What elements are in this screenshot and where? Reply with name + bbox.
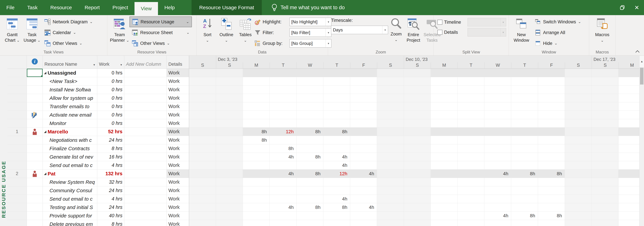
work-hours-cell[interactable] [618, 161, 639, 170]
indicator-cell[interactable] [27, 94, 43, 102]
work-hours-cell[interactable] [189, 220, 216, 226]
work-hours-cell[interactable] [296, 94, 323, 102]
work-hours-cell[interactable] [404, 111, 431, 119]
work-cell[interactable]: 8 hrs [97, 220, 124, 226]
work-hours-cell[interactable]: 8h [296, 203, 323, 211]
work-hours-cell[interactable]: 4h [323, 161, 350, 170]
work-hours-cell[interactable] [618, 119, 639, 128]
work-cell[interactable]: 16 hrs [97, 153, 124, 161]
add-new-column-cell[interactable] [124, 111, 167, 119]
work-hours-cell[interactable] [216, 203, 243, 211]
work-hours-cell[interactable] [592, 85, 618, 94]
indicator-cell[interactable] [27, 178, 43, 186]
work-hours-cell[interactable] [270, 136, 296, 144]
indicator-cell[interactable] [27, 220, 43, 226]
work-hours-cell[interactable] [350, 136, 377, 144]
table-row[interactable]: Community Consul24 hrsWork [8, 186, 189, 195]
work-hours-cell[interactable] [592, 220, 618, 226]
work-hours-cell[interactable] [592, 111, 618, 119]
work-hours-cell[interactable]: 8h [511, 211, 538, 220]
work-hours-cell[interactable] [618, 102, 639, 111]
work-hours-cell[interactable] [216, 102, 243, 111]
work-hours-cell[interactable] [404, 220, 431, 226]
work-hours-cell[interactable] [511, 111, 538, 119]
work-cell[interactable]: 52 hrs [97, 128, 124, 136]
work-hours-cell[interactable] [484, 69, 511, 77]
timescale-select[interactable]: Days ▾ [331, 26, 388, 34]
work-hours-cell[interactable] [296, 111, 323, 119]
details-cell[interactable]: Work [167, 102, 189, 111]
indicator-cell[interactable] [27, 128, 43, 136]
work-hours-cell[interactable] [216, 77, 243, 85]
add-new-column-cell[interactable] [124, 186, 167, 195]
work-hours-cell[interactable] [565, 94, 592, 102]
work-hours-cell[interactable] [458, 111, 484, 119]
work-hours-cell[interactable] [565, 153, 592, 161]
work-hours-cell[interactable] [484, 77, 511, 85]
work-header[interactable]: Work ▼ [97, 56, 124, 69]
work-hours-cell[interactable] [296, 136, 323, 144]
work-hours-cell[interactable] [618, 186, 639, 195]
work-hours-cell[interactable] [484, 144, 511, 153]
work-hours-cell[interactable] [296, 77, 323, 85]
resource-name-cell[interactable]: Activate new email [43, 111, 97, 119]
work-hours-cell[interactable] [592, 153, 618, 161]
work-hours-cell[interactable] [189, 161, 216, 170]
work-hours-cell[interactable] [377, 94, 404, 102]
details-checkbox[interactable] [438, 30, 442, 35]
work-hours-cell[interactable] [431, 170, 458, 178]
resource-name-header[interactable]: Resource Name ▼ [43, 56, 97, 69]
work-hours-cell[interactable] [243, 144, 270, 153]
work-hours-cell[interactable] [431, 211, 458, 220]
work-hours-cell[interactable] [431, 94, 458, 102]
work-hours-cell[interactable] [538, 136, 565, 144]
work-hours-cell[interactable] [270, 111, 296, 119]
work-hours-cell[interactable] [565, 144, 592, 153]
work-hours-cell[interactable] [511, 77, 538, 85]
scrollbar-thumb[interactable] [640, 68, 644, 84]
indicator-cell[interactable] [27, 186, 43, 195]
work-hours-cell[interactable]: 12h [323, 170, 350, 178]
work-hours-cell[interactable] [484, 203, 511, 211]
table-row[interactable]: Allow for system up0 hrsWork [8, 94, 189, 102]
work-cell[interactable]: 0 hrs [97, 85, 124, 94]
tab-resource-usage-format[interactable]: Resource Usage Format [192, 0, 262, 15]
work-hours-cell[interactable] [404, 119, 431, 128]
work-hours-cell[interactable] [484, 178, 511, 186]
work-hours-cell[interactable] [350, 85, 377, 94]
work-hours-cell[interactable] [618, 69, 639, 77]
work-hours-cell[interactable] [216, 211, 243, 220]
expand-triangle-icon[interactable]: ◢ [44, 172, 46, 175]
work-hours-cell[interactable] [484, 128, 511, 136]
work-cell[interactable]: 0 hrs [97, 119, 124, 128]
work-hours-cell[interactable] [377, 128, 404, 136]
indicator-cell[interactable] [27, 211, 43, 220]
work-hours-cell[interactable] [404, 85, 431, 94]
macros-button[interactable]: Macros ⌄ [591, 15, 613, 43]
work-hours-cell[interactable] [323, 178, 350, 186]
work-hours-cell[interactable] [350, 94, 377, 102]
work-hours-cell[interactable] [592, 144, 618, 153]
table-row[interactable]: <New Task>0 hrsWork [8, 77, 189, 85]
work-hours-cell[interactable] [189, 128, 216, 136]
sort-button[interactable]: A Z Sort ⌄ [198, 15, 216, 49]
work-hours-cell[interactable]: 8h [323, 203, 350, 211]
details-cell[interactable]: Work [167, 128, 189, 136]
work-hours-cell[interactable] [270, 94, 296, 102]
work-hours-cell[interactable] [216, 220, 243, 226]
work-hours-cell[interactable] [323, 186, 350, 195]
add-new-column-cell[interactable] [124, 178, 167, 186]
work-hours-cell[interactable]: 4h [350, 203, 377, 211]
work-hours-cell[interactable] [189, 211, 216, 220]
work-hours-cell[interactable] [592, 195, 618, 203]
work-hours-cell[interactable] [189, 195, 216, 203]
work-hours-cell[interactable] [431, 119, 458, 128]
work-hours-cell[interactable] [243, 178, 270, 186]
work-hours-cell[interactable] [377, 69, 404, 77]
work-hours-cell[interactable] [565, 102, 592, 111]
work-hours-cell[interactable] [458, 170, 484, 178]
work-hours-cell[interactable] [243, 153, 270, 161]
hide-button[interactable]: Hide ⌄ [532, 38, 588, 49]
work-hours-cell[interactable] [270, 119, 296, 128]
work-cell[interactable]: 0 hrs [97, 111, 124, 119]
